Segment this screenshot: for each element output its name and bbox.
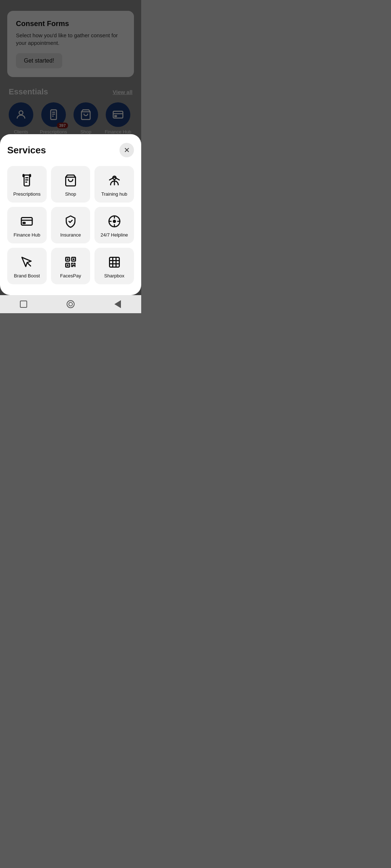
svg-rect-13 xyxy=(30,175,31,177)
service-item-brand-boost[interactable]: Brand Boost xyxy=(7,248,47,284)
finance-hub-service-label: Finance Hub xyxy=(13,232,40,238)
insurance-service-label: Insurance xyxy=(60,232,81,238)
service-item-prescriptions[interactable]: Prescriptions xyxy=(7,166,47,203)
nav-back-button[interactable] xyxy=(18,299,29,310)
svg-rect-40 xyxy=(109,258,119,267)
triangle-icon xyxy=(114,300,121,308)
svg-point-20 xyxy=(113,220,116,223)
service-item-shop[interactable]: Shop xyxy=(51,166,91,203)
helpline-icon xyxy=(107,214,122,229)
svg-rect-18 xyxy=(23,222,25,224)
prescriptions-service-label: Prescriptions xyxy=(13,191,41,197)
insurance-icon xyxy=(63,214,78,229)
sharpbox-icon xyxy=(107,255,122,269)
nav-recent-button[interactable] xyxy=(112,299,123,310)
brand-boost-service-label: Brand Boost xyxy=(14,273,40,278)
facespay-icon xyxy=(63,255,78,269)
training-hub-icon xyxy=(107,173,122,188)
modal-header: Services ✕ xyxy=(7,143,134,157)
services-grid: Prescriptions Shop Training hub Finance … xyxy=(7,166,134,284)
close-button[interactable]: ✕ xyxy=(119,143,134,157)
navigation-bar xyxy=(0,295,141,313)
svg-rect-26 xyxy=(67,259,68,260)
training-hub-service-label: Training hub xyxy=(101,191,127,197)
shop-service-label: Shop xyxy=(65,191,76,197)
finance-hub-service-icon xyxy=(20,214,34,229)
service-item-training-hub[interactable]: Training hub xyxy=(94,166,134,203)
facespay-service-label: FacesPay xyxy=(60,273,81,278)
svg-rect-12 xyxy=(23,175,24,177)
sharpbox-service-label: Sharpbox xyxy=(104,273,125,278)
circle-icon xyxy=(67,300,75,308)
helpline-service-label: 24/7 Helpline xyxy=(101,232,128,238)
nav-home-button[interactable] xyxy=(65,299,76,310)
services-modal: Services ✕ Prescriptions Shop Training h… xyxy=(0,134,141,295)
shop-icon xyxy=(63,173,78,188)
modal-title: Services xyxy=(7,145,46,156)
prescriptions-icon xyxy=(20,173,34,188)
brand-boost-icon xyxy=(20,255,34,269)
svg-rect-28 xyxy=(73,259,75,260)
service-item-helpline[interactable]: 24/7 Helpline xyxy=(94,207,134,243)
svg-rect-39 xyxy=(73,264,74,265)
svg-rect-30 xyxy=(67,264,68,266)
service-item-finance-hub[interactable]: Finance Hub xyxy=(7,207,47,243)
square-icon xyxy=(20,301,27,308)
service-item-facespay[interactable]: FacesPay xyxy=(51,248,91,284)
service-item-sharpbox[interactable]: Sharpbox xyxy=(94,248,134,284)
service-item-insurance[interactable]: Insurance xyxy=(51,207,91,243)
